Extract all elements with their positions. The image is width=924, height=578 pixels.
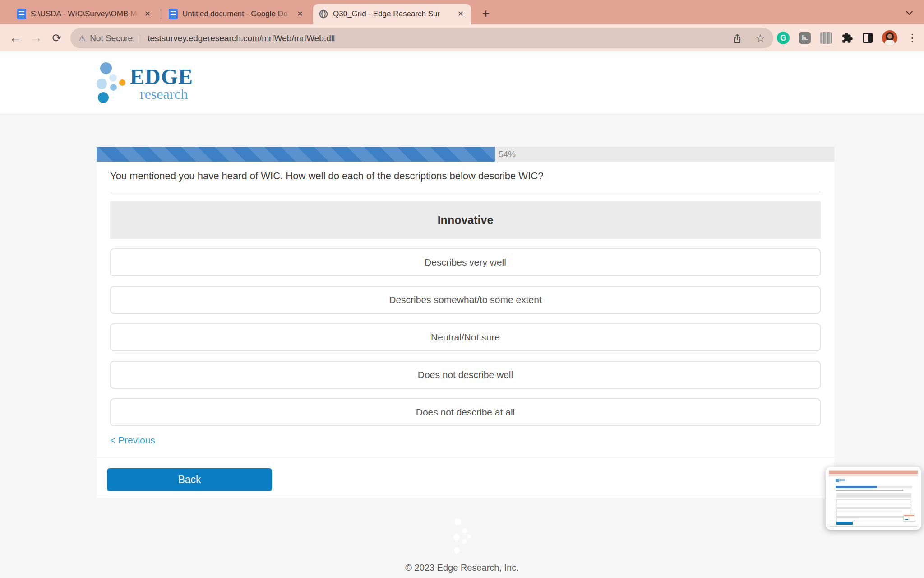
puzzle-extensions-icon[interactable] [841,32,853,44]
logo-dot [110,84,117,91]
logo-dot [97,79,107,89]
address-bar[interactable]: ⚠ Not Secure testsurvey.edgeresearch.com… [70,28,773,48]
pixel-extension-icon[interactable] [820,32,832,44]
mini-question-line [836,490,903,491]
option-does-not-describe-at-all[interactable]: Does not describe at all [110,398,821,426]
mini-option-row [836,508,911,512]
mini-nested-thumbnail [903,514,915,522]
watermark-dot [453,534,460,540]
google-docs-icon [17,9,26,19]
close-icon[interactable]: ✕ [143,9,152,19]
progress-fill [97,147,495,162]
tab-survey[interactable]: Q30_Grid - Edge Research Sur ✕ [313,4,471,24]
tab-title: Untitled document - Google Do [182,9,291,19]
mini-progress-bar [836,486,912,488]
progress-percent-label: 54% [499,147,516,162]
divider [110,192,821,192]
globe-icon [319,9,328,19]
previous-link[interactable]: < Previous [110,435,155,446]
watermark-dot [454,518,461,525]
mini-grid-header [836,493,911,498]
avatar-shirt [885,40,895,46]
screenshot-preview-thumbnail[interactable] [826,467,921,530]
tab-strip: S:\USDA - WIC\Survey\OMB Ma ✕ Untitled d… [0,0,924,24]
watermark-dot [454,547,460,553]
logo-dot [119,79,125,86]
mini-tab-bar [829,471,918,474]
mini-option-row [836,513,911,517]
site-header: EDGE research [0,51,924,114]
chevron-down-icon[interactable] [906,8,913,15]
option-does-not-describe-well[interactable]: Does not describe well [110,361,821,389]
watermark-dot [462,528,467,533]
google-docs-icon [169,9,178,19]
url-text[interactable]: testsurvey.edgeresearch.com/mrIWeb/mrIWe… [148,33,335,43]
mini-toolbar [829,474,918,476]
mini-option-row [836,504,911,508]
watermark-dot [467,534,471,538]
copyright-footer: © 2023 Edge Research, Inc. [0,563,924,573]
reload-button[interactable]: ⟳ [47,24,67,51]
grid-header-innovative: Innovative [110,201,821,239]
option-describes-very-well[interactable]: Describes very well [110,248,821,276]
share-icon[interactable] [732,33,743,44]
extensions-row: G h. ⋮ [777,24,918,51]
question-text: You mentioned you have heard of WIC. How… [110,170,821,182]
security-label[interactable]: Not Secure [90,33,133,43]
new-tab-button[interactable]: + [477,5,494,23]
not-secure-warning-icon: ⚠ [79,33,86,43]
h-extension-icon[interactable]: h. [799,32,811,44]
logo-text-edge: EDGE [130,64,193,89]
survey-card: 54% You mentioned you have heard of WIC.… [97,147,834,498]
side-panel-icon[interactable] [863,33,873,43]
forward-button[interactable]: → [26,24,46,51]
tab-separator [161,9,161,19]
grammarly-icon[interactable]: G [777,32,790,44]
screenshot-preview-content [829,470,918,527]
option-describes-somewhat[interactable]: Describes somewhat/to some extent [110,286,821,314]
divider [97,457,834,457]
omnibox-divider [140,33,140,43]
close-icon[interactable]: ✕ [295,9,305,19]
mini-option-row [836,517,911,521]
logo-dot [109,74,117,82]
avatar-face [887,34,892,39]
profile-avatar[interactable] [882,30,897,46]
browser-toolbar: ← → ⟳ ⚠ Not Secure testsurvey.edgeresear… [0,24,924,51]
survey-page: 54% You mentioned you have heard of WIC.… [0,115,924,578]
option-neutral-not-sure[interactable]: Neutral/Not sure [110,323,821,351]
tab-title: S:\USDA - WIC\Survey\OMB Ma [31,9,139,19]
watermark-dot [462,539,467,544]
tab-usda-doc[interactable]: S:\USDA - WIC\Survey\OMB Ma ✕ [12,4,158,24]
bookmark-star-icon[interactable]: ☆ [755,32,765,45]
tab-title: Q30_Grid - Edge Research Sur [333,9,452,19]
mini-option-row [836,499,911,503]
logo-dot [98,92,109,103]
close-icon[interactable]: ✕ [456,9,466,19]
back-button[interactable]: ← [5,24,25,51]
logo-text-research: research [140,86,188,103]
back-button-survey[interactable]: Back [107,468,272,491]
progress-bar: 54% [97,147,834,162]
tab-untitled-doc[interactable]: Untitled document - Google Do ✕ [163,4,310,24]
browser-menu-icon[interactable]: ⋮ [907,32,918,44]
edge-research-logo: EDGE research [97,60,200,107]
logo-dot [100,62,112,74]
mini-logo [836,479,845,482]
mini-back-button [836,522,853,525]
